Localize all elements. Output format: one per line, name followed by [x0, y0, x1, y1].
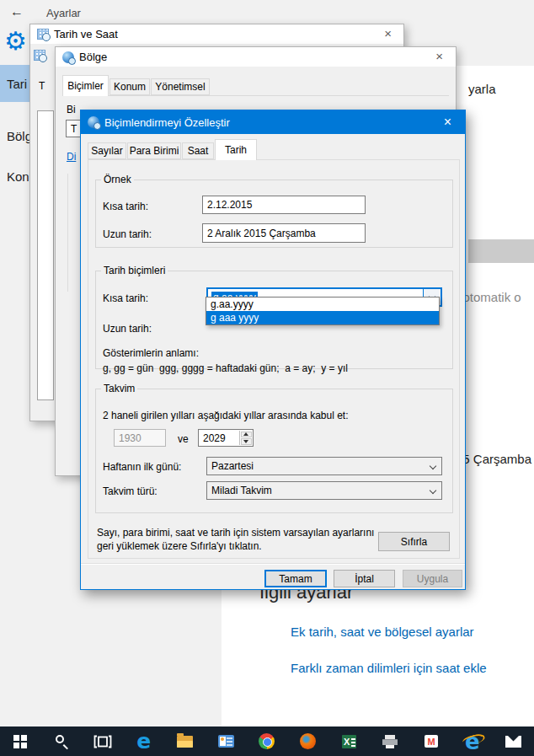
spin-up-button[interactable] [241, 432, 252, 438]
gmail-button[interactable]: M [411, 727, 452, 756]
firefox-icon [300, 733, 316, 749]
gmail-icon: M [425, 735, 438, 748]
taskbar-search-button[interactable] [41, 727, 83, 756]
task-view-icon [93, 735, 112, 748]
file-explorer-button[interactable] [164, 727, 206, 756]
year-to-value: 2029 [203, 432, 226, 444]
tab-date[interactable]: Tarih [215, 139, 257, 160]
datetime-label-fragment: T [39, 80, 45, 92]
tab-administrative[interactable]: Yönetimsel [151, 78, 210, 95]
close-icon[interactable]: × [379, 26, 397, 41]
long-date-format-label: Uzun tarih: [103, 323, 152, 335]
link-additional-settings[interactable]: Ek tarih, saat ve bölgesel ayarlar [291, 625, 474, 639]
tab-location[interactable]: Konum [109, 78, 150, 95]
reset-note-line1: Sayı, para birimi, saat ve tarih için si… [97, 527, 374, 539]
first-day-combobox[interactable]: Pazartesi [206, 457, 442, 475]
calendar-group: Takvim 2 haneli girilen yılları aşağıdak… [95, 383, 453, 513]
excel-icon: X [342, 735, 356, 748]
folder-icon [177, 736, 193, 748]
dimmed-text-fragment: i otomatik o [457, 290, 521, 304]
example-group-legend: Örnek [101, 174, 134, 185]
short-date-format-label: Kısa tarih: [103, 292, 148, 304]
meaning-text: g, gg = gün ggg, gggg = haftadaki gün; a… [103, 362, 348, 374]
gray-control-fragment [468, 239, 534, 263]
apply-button[interactable]: Uygula [403, 570, 462, 587]
date-formats-legend: Tarih biçimleri [101, 265, 168, 276]
tab-numbers[interactable]: Sayılar [88, 142, 126, 159]
windows-logo-icon [13, 735, 27, 748]
customize-dialog-title: Biçimlendirmeyi Özelleştir [104, 116, 230, 129]
edge-button[interactable]: e [123, 727, 164, 756]
excel-button[interactable]: X [328, 727, 370, 756]
sidebar-item-label: Tari [7, 77, 27, 91]
long-date-example-input[interactable]: 2 Aralık 2015 Çarşamba [202, 223, 366, 243]
region-label-fragment: Bi [67, 104, 76, 115]
datetime-window-title: Tarih ve Saat [54, 28, 118, 40]
taskbar: e X M e [0, 727, 534, 756]
edge-icon: e [136, 731, 151, 752]
ok-button[interactable]: Tamam [264, 570, 327, 587]
region-titlebar[interactable]: Bölge × [56, 47, 456, 67]
current-date-fragment: 15 Çarşamba [456, 452, 531, 466]
close-icon[interactable]: × [430, 49, 448, 64]
datetime-window-icon [37, 29, 49, 40]
long-date-example-label: Uzun tarih: [103, 228, 152, 240]
customize-format-dialog: Biçimlendirmeyi Özelleştir × Sayılar Par… [80, 110, 466, 590]
region-settings-button[interactable] [206, 727, 247, 756]
reset-note-line2: geri yüklemek üzere Sıfırla'yı tıklatın. [97, 540, 262, 552]
datetime-titlebar[interactable]: Tarih ve Saat × [30, 24, 403, 44]
internet-explorer-icon: e [465, 732, 480, 752]
globe-icon [62, 51, 74, 63]
dropdown-option-highlighted[interactable]: g aaa yyyy [206, 311, 439, 324]
calendar-group-legend: Takvim [101, 383, 137, 394]
calendar-type-value: Miladi Takvim [211, 485, 272, 496]
internet-explorer-button[interactable]: e [451, 727, 493, 756]
tab-panel-border [62, 95, 449, 96]
tab-currency[interactable]: Para Birimi [127, 142, 181, 159]
calendar-icon [34, 50, 45, 61]
reset-button[interactable]: Sıfırla [378, 532, 450, 551]
short-date-example-input[interactable]: 2.12.2015 [202, 196, 366, 214]
close-icon[interactable]: × [439, 115, 457, 130]
back-arrow-icon[interactable]: ← [10, 4, 24, 19]
printer-button[interactable] [370, 727, 411, 756]
dropdown-option[interactable]: g.aa.yyyy [206, 298, 439, 311]
customize-dialog-icon [88, 116, 99, 128]
start-button[interactable] [0, 727, 41, 756]
meaning-title: Gösterimlerin anlamı: [103, 347, 199, 359]
task-view-button[interactable] [83, 727, 124, 756]
short-date-format-dropdown: g.aa.yyyy g aaa yyyy [206, 297, 440, 325]
tab-formats[interactable]: Biçimler [62, 75, 109, 96]
chrome-button[interactable] [247, 727, 288, 756]
region-combo-fragment[interactable]: T [66, 120, 81, 137]
link-add-clocks[interactable]: Farklı zaman dilimleri için saat ekle [291, 661, 487, 675]
gear-icon: ⚙ [4, 29, 27, 54]
spinner-buttons [239, 431, 252, 445]
firefox-button[interactable] [287, 727, 328, 756]
chrome-icon [259, 733, 275, 749]
sidebar-item-label: Bölg [7, 129, 32, 143]
spin-down-button[interactable] [241, 438, 252, 445]
calendar-type-combobox[interactable]: Miladi Takvim [206, 481, 442, 500]
settings-app-title: Ayarlar [46, 7, 81, 19]
datetime-listbox-fragment[interactable] [37, 110, 54, 400]
footer-divider [81, 563, 465, 565]
first-day-label: Haftanın ilk günü: [103, 461, 181, 473]
mail-icon [505, 736, 521, 748]
region-dialog-title: Bölge [79, 51, 107, 63]
region-link-fragment[interactable]: Di [67, 151, 76, 163]
printer-icon [382, 735, 398, 748]
short-date-example-label: Kısa tarih: [103, 201, 148, 212]
year-to-spinner[interactable]: 2029 [198, 429, 254, 447]
mail-button[interactable] [493, 727, 534, 756]
chevron-down-icon [430, 487, 436, 494]
groupbox-border-fragment [67, 174, 68, 292]
first-day-value: Pazartesi [211, 460, 254, 472]
customize-titlebar[interactable]: Biçimlendirmeyi Özelleştir × [81, 110, 465, 134]
search-icon [54, 734, 69, 749]
cancel-button[interactable]: İptal [334, 570, 395, 587]
example-group: Örnek Kısa tarih: 2.12.2015 Uzun tarih: … [95, 174, 453, 248]
sidebar-item-label: Kon [7, 169, 29, 184]
chevron-down-icon [430, 463, 436, 469]
tab-time[interactable]: Saat [182, 142, 214, 159]
